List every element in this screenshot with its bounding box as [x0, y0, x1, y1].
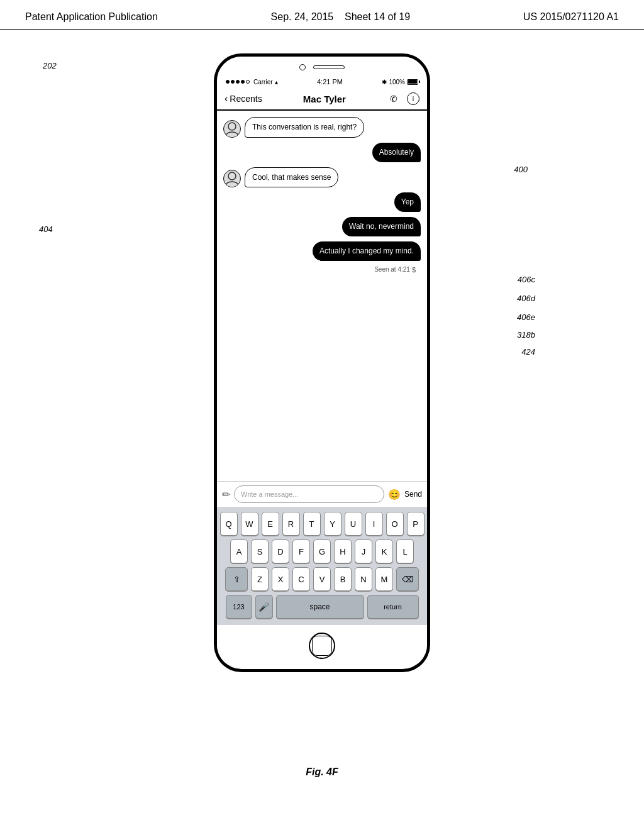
numbers-key[interactable]: 123	[226, 595, 252, 619]
patent-header-left: Patent Application Publication	[25, 11, 158, 23]
carrier-label: Carrier	[253, 79, 273, 86]
key-S[interactable]: S	[251, 540, 269, 563]
home-button[interactable]	[309, 633, 335, 659]
back-label: Recents	[230, 94, 262, 104]
key-T[interactable]: T	[303, 512, 321, 536]
contact-avatar-2	[223, 170, 241, 187]
status-bar: Carrier ▴ 4:21 PM ✱ 100%	[217, 75, 427, 88]
nav-bar: ‹ Recents Mac Tyler ✆ i	[217, 88, 427, 111]
message-bubble-4: Yep	[394, 192, 421, 212]
back-arrow-icon: ‹	[225, 93, 228, 104]
seen-indicator: Seen at 4:21 $	[223, 266, 421, 274]
status-right: ✱ 100%	[382, 79, 418, 86]
signal-dot-5	[246, 80, 250, 84]
front-camera	[299, 64, 306, 70]
message-placeholder: Write a message...	[241, 490, 299, 498]
signal-dot-2	[231, 80, 235, 84]
message-row-3: Cool, that makes sense	[223, 167, 421, 188]
key-L[interactable]: L	[396, 540, 414, 563]
phone-call-icon[interactable]: ✆	[387, 92, 401, 106]
key-V[interactable]: V	[313, 567, 331, 591]
message-text-field[interactable]: Write a message...	[234, 485, 384, 503]
signal-dot-3	[236, 80, 240, 84]
shift-key[interactable]: ⇧	[225, 567, 248, 591]
key-P[interactable]: P	[407, 512, 425, 536]
key-I[interactable]: I	[365, 512, 383, 536]
message-row-1: This conversation is real, right?	[223, 117, 421, 138]
patent-header-right: US 2015/0271120 A1	[523, 11, 619, 23]
key-W[interactable]: W	[241, 512, 258, 536]
return-key[interactable]: return	[367, 595, 419, 619]
keyboard-row-4: 123 🎤 space return	[219, 595, 425, 619]
message-row-2: Absolutely	[223, 143, 421, 162]
signal-dot-1	[226, 80, 230, 84]
key-H[interactable]: H	[334, 540, 352, 563]
phone-top-bar	[217, 57, 427, 75]
message-bubble-6: Actually I changed my mind.	[313, 241, 421, 261]
nav-right-icons: ✆ i	[387, 92, 419, 106]
key-F[interactable]: F	[292, 540, 310, 563]
annotation-318b: 318b	[517, 330, 535, 340]
key-G[interactable]: G	[313, 540, 331, 563]
message-row-4: Yep	[223, 192, 421, 212]
key-X[interactable]: X	[272, 567, 289, 591]
space-key[interactable]: space	[276, 595, 364, 619]
phone-body: Carrier ▴ 4:21 PM ✱ 100% ‹	[215, 55, 429, 671]
message-row-6: Actually I changed my mind.	[223, 241, 421, 261]
svg-point-1	[228, 172, 236, 180]
mic-key[interactable]: 🎤	[255, 595, 273, 619]
battery-fill	[408, 80, 417, 84]
annotation-406d: 406d	[517, 294, 535, 303]
key-E[interactable]: E	[262, 512, 279, 536]
key-Q[interactable]: Q	[220, 512, 238, 536]
keyboard-row-3: ⇧ Z X C V B N M ⌫	[219, 567, 425, 591]
keyboard: Q W E R T Y U I O P A S	[217, 507, 427, 625]
time-display: 4:21 PM	[317, 78, 343, 86]
key-D[interactable]: D	[272, 540, 289, 563]
message-bubble-2: Absolutely	[372, 143, 421, 162]
key-O[interactable]: O	[386, 512, 404, 536]
annotation-400: 400	[514, 165, 528, 174]
annotation-424: 424	[521, 347, 535, 357]
key-Z[interactable]: Z	[251, 567, 269, 591]
key-U[interactable]: U	[345, 512, 362, 536]
annotation-404: 404	[39, 224, 53, 234]
backspace-key[interactable]: ⌫	[396, 567, 419, 591]
emoji-icon[interactable]: 😊	[388, 489, 401, 501]
signal-dot-4	[241, 80, 245, 84]
back-button[interactable]: ‹ Recents	[225, 93, 262, 104]
key-B[interactable]: B	[334, 567, 352, 591]
messages-area: This conversation is real, right? Absolu…	[217, 111, 427, 481]
key-C[interactable]: C	[292, 567, 310, 591]
key-Y[interactable]: Y	[324, 512, 341, 536]
figure-caption: Fig. 4F	[306, 766, 338, 778]
key-K[interactable]: K	[375, 540, 393, 563]
key-N[interactable]: N	[355, 567, 372, 591]
key-R[interactable]: R	[282, 512, 300, 536]
phone-device: Carrier ▴ 4:21 PM ✱ 100% ‹	[215, 55, 429, 671]
send-button[interactable]: Send	[404, 490, 422, 499]
attachment-icon[interactable]: ✏	[222, 489, 230, 501]
home-button-inner	[312, 636, 332, 656]
wifi-icon: ▴	[275, 79, 278, 86]
annotation-406c: 406c	[518, 275, 535, 284]
message-row-5: Wait no, nevermind	[223, 217, 421, 236]
contact-avatar-1	[223, 120, 241, 138]
keyboard-row-2: A S D F G H J K L	[219, 540, 425, 563]
svg-point-0	[228, 123, 236, 130]
key-J[interactable]: J	[355, 540, 372, 563]
home-button-area	[217, 625, 427, 664]
phone-screen: Carrier ▴ 4:21 PM ✱ 100% ‹	[217, 75, 427, 664]
seen-icon: $	[412, 266, 416, 274]
key-A[interactable]: A	[230, 540, 248, 563]
battery-icon	[407, 79, 418, 85]
info-icon[interactable]: i	[407, 92, 419, 105]
main-content: 202 404 400 406c 406d 406e 318b 424	[0, 30, 644, 790]
battery-percent: 100%	[389, 79, 405, 86]
status-left: Carrier ▴	[226, 79, 278, 86]
patent-header-center: Sep. 24, 2015 Sheet 14 of 19	[271, 11, 411, 23]
bluetooth-icon: ✱	[382, 79, 387, 86]
key-M[interactable]: M	[375, 567, 393, 591]
message-bubble-3: Cool, that makes sense	[245, 167, 338, 188]
keyboard-row-1: Q W E R T Y U I O P	[219, 512, 425, 536]
